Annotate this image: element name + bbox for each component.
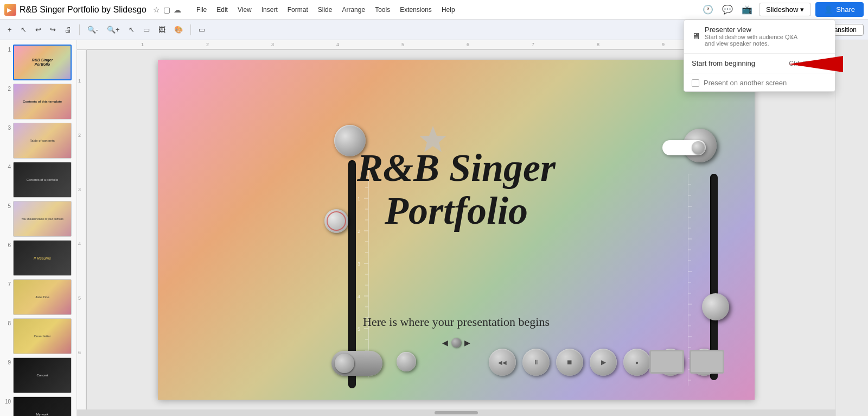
present-on-another-screen-row[interactable]: Present on another screen (684, 74, 835, 91)
svg-text:4: 4 (358, 294, 360, 299)
slide-thumb-5[interactable]: 5 You should include in your portfolio (3, 201, 73, 237)
toggle-switch[interactable] (662, 140, 706, 155)
slide-img-7: Jane Doe (13, 279, 72, 315)
btn-round-4-icon: ▶ (601, 358, 606, 366)
share-label: Share (836, 5, 855, 14)
slideshow-label: Slideshow (766, 5, 798, 14)
btn-round-4[interactable]: ▶ (590, 349, 617, 376)
present-checkbox[interactable] (692, 79, 699, 87)
btn-round-5[interactable]: ● (623, 349, 650, 376)
present-icon[interactable]: ▢ (163, 5, 170, 14)
tool-slide-num[interactable]: ▭ (195, 24, 208, 35)
slide-title-thumb-7: Jane Doe (35, 295, 49, 299)
tool-add[interactable]: + (4, 24, 15, 35)
tool-zoom-out[interactable]: 🔍- (84, 24, 101, 35)
menu-file[interactable]: File (192, 4, 211, 16)
slide-subtitle: Here is where your presentation begins (363, 315, 550, 329)
menu-tools[interactable]: Tools (371, 4, 394, 16)
slide-thumb-8[interactable]: 8 Cover letter (3, 318, 73, 354)
menu-arrange[interactable]: Arrange (337, 4, 369, 16)
svg-text:5: 5 (358, 326, 360, 332)
logo-area: ▶ R&B Singer Portfolio by Slidesgo ☆ ▢ ☁ (4, 4, 181, 16)
slide-num-1: 1 (3, 45, 11, 53)
btn-round-1[interactable]: ◀◀ (489, 349, 516, 376)
slide-img-6: II Resume (13, 240, 72, 276)
slide-thumb-7[interactable]: 7 Jane Doe (3, 279, 73, 315)
history-icon[interactable]: 🕐 (700, 3, 716, 16)
presenter-view-subtitle2: and view speaker notes. (705, 40, 797, 47)
slide-thumb-1[interactable]: 1 R&B SingerPortfolio (3, 45, 73, 80)
slide-num-2: 2 (3, 84, 11, 92)
svg-text:5: 5 (401, 42, 404, 47)
bottom-scrollbar[interactable] (77, 409, 835, 416)
red-arrow-container (789, 56, 843, 74)
star-icon[interactable]: ☆ (153, 5, 160, 14)
menu-extensions[interactable]: Extensions (395, 4, 436, 16)
slide-thumb-6[interactable]: 6 II Resume (3, 240, 73, 276)
slide-thumb-9[interactable]: 9 Concert (3, 357, 73, 393)
slide-img-9: Concert (13, 357, 72, 393)
canvas-area: 1 2 3 4 5 6 7 8 9 10 11 1 2 3 (77, 40, 835, 416)
slideshow-button[interactable]: Slideshow ▾ (759, 3, 811, 16)
svg-text:3: 3 (271, 42, 274, 47)
slide-thumb-3[interactable]: 3 Table of contents (3, 123, 73, 159)
tool-paint[interactable]: 🎨 (171, 24, 186, 35)
prev-icon[interactable]: ◀ (442, 338, 448, 347)
tool-zoom-in[interactable]: 🔍+ (104, 24, 123, 35)
menu-edit[interactable]: Edit (212, 4, 232, 16)
share-button[interactable]: 👤 Share (815, 2, 864, 17)
menu-divider-1 (684, 53, 835, 54)
presenter-view-header: 🖥 Presenter view Start slideshow with au… (684, 20, 835, 52)
share-person-icon: 👤 (824, 5, 833, 14)
tool-cursor[interactable]: ↖ (17, 24, 30, 35)
center-dot (451, 338, 461, 348)
tool-redo[interactable]: ↪ (47, 24, 59, 35)
menu-slide[interactable]: Slide (314, 4, 337, 16)
svg-text:9: 9 (662, 42, 665, 47)
slide-num-3: 3 (3, 123, 11, 131)
tool-select[interactable]: ↖ (125, 24, 138, 35)
slide-title-thumb-3: Table of contents (30, 139, 54, 142)
present-options-icon[interactable]: 📺 (739, 3, 755, 16)
menu-help[interactable]: Help (437, 4, 459, 16)
slide-title-thumb-1: R&B SingerPortfolio (32, 58, 53, 67)
tool-shape[interactable]: ▭ (140, 24, 153, 35)
slide-img-8: Cover letter (13, 318, 72, 354)
slide-num-10: 10 (3, 396, 11, 405)
btn-round-2-icon: ⏸ (533, 358, 539, 366)
slide-thumb-10[interactable]: 10 My work (3, 396, 73, 416)
menu-format[interactable]: Format (283, 4, 312, 16)
slide-title-line2: Portfolio (385, 189, 528, 232)
slide-title-thumb-2: Contents of this template (23, 100, 62, 103)
big-toggle[interactable] (331, 351, 382, 376)
menu-insert[interactable]: Insert (257, 4, 282, 16)
menu-view[interactable]: View (233, 4, 256, 16)
slide-main-title: R&B Singer Portfolio (357, 147, 556, 232)
slide-title-thumb-4: Contents of a portfolio (27, 178, 59, 181)
svg-text:5: 5 (78, 295, 81, 301)
svg-text:2: 2 (206, 42, 209, 47)
doc-icons: ☆ ▢ ☁ (153, 5, 181, 14)
toggle-knob (692, 141, 705, 154)
btn-small-1[interactable] (397, 352, 416, 371)
tool-undo[interactable]: ↩ (32, 24, 44, 35)
monitor-icon-1[interactable] (649, 350, 684, 374)
menu-bar: File Edit View Insert Format Slide Arran… (192, 4, 459, 16)
tool-image[interactable]: 🖼 (155, 24, 169, 35)
ruler-v-svg: 1 2 3 4 5 6 (77, 50, 87, 409)
next-icon[interactable]: ▶ (464, 338, 470, 347)
cloud-icon[interactable]: ☁ (174, 5, 181, 14)
svg-text:4: 4 (78, 241, 81, 247)
playback-controls: ◀ ▶ (442, 338, 470, 348)
btn-round-1-icon: ◀◀ (498, 360, 507, 365)
svg-text:3: 3 (358, 261, 360, 267)
left-slider-knob[interactable] (324, 209, 348, 233)
comment-icon[interactable]: 💬 (720, 3, 735, 16)
btn-round-2[interactable]: ⏸ (522, 349, 550, 376)
btn-round-3[interactable]: ⏹ (556, 349, 583, 376)
right-slider-knob[interactable] (702, 293, 729, 320)
tool-print[interactable]: 🖨 (61, 24, 75, 35)
slide-thumb-2[interactable]: 2 Contents of this template (3, 84, 73, 119)
monitor-icon-2[interactable] (690, 350, 724, 374)
slide-thumb-4[interactable]: 4 Contents of a portfolio (3, 162, 73, 198)
